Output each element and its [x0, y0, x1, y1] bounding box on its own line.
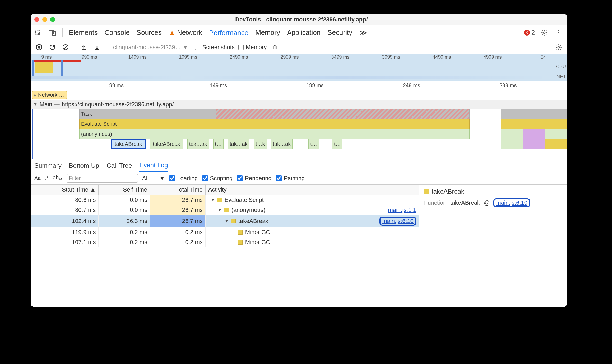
ruler-tick: 99 ms	[109, 82, 124, 88]
scripting-swatch-icon	[238, 230, 243, 235]
source-link[interactable]: main.js:6:10	[382, 218, 414, 224]
filter-input[interactable]	[67, 174, 138, 183]
flame-task[interactable]: Task	[79, 109, 470, 119]
overview-window-right-handle[interactable]	[61, 60, 63, 78]
reload-record-button[interactable]	[48, 43, 57, 52]
main-frame-header[interactable]: ▼ Main — https://clinquant-mousse-2f2396…	[31, 100, 567, 109]
col-total-time[interactable]: Total Time	[150, 185, 206, 195]
scripting-checkbox[interactable]: Scripting	[202, 175, 233, 182]
tab-elements[interactable]: Elements	[68, 27, 99, 38]
capture-settings-gear-icon[interactable]	[554, 43, 563, 52]
main-frame-track: ▼ Main — https://clinquant-mousse-2f2396…	[31, 100, 567, 159]
disclosure-icon[interactable]: ▼	[211, 198, 215, 202]
tab-sources[interactable]: Sources	[136, 27, 163, 38]
flame-call[interactable]: t…	[308, 139, 319, 149]
flame-chart[interactable]: Task Evaluate Script (anonymous) takeABr…	[31, 109, 567, 159]
tab-memory[interactable]: Memory	[254, 27, 281, 38]
source-link[interactable]: main.js:1:1	[388, 207, 416, 213]
painting-checkbox[interactable]: Painting	[276, 175, 305, 182]
flame-anonymous[interactable]: (anonymous)	[79, 129, 470, 139]
detail-source-link[interactable]: main.js:6:10	[496, 199, 527, 206]
event-log-filter-row: Aa .* ab↵ All▼ Loading Scripting Renderi…	[31, 172, 567, 185]
subtab-bottom-up[interactable]: Bottom-Up	[69, 162, 99, 169]
detail-function-row: Function takeABreak @ main.js:6:10	[424, 198, 562, 207]
activity-name: takeABreak	[238, 218, 268, 225]
overview-cpu-label: CPU	[556, 64, 566, 69]
chevron-down-icon: ▼	[183, 44, 188, 51]
settings-gear-icon[interactable]	[540, 28, 549, 38]
kebab-menu-icon[interactable]: ⋮	[554, 28, 563, 38]
network-track[interactable]: ▶ Network …	[31, 90, 567, 100]
rendering-checkbox[interactable]: Rendering	[237, 175, 272, 182]
scope-select[interactable]: All▼	[142, 175, 165, 182]
record-button[interactable]	[34, 43, 44, 52]
tab-security[interactable]: Security	[326, 27, 353, 38]
subtab-event-log[interactable]: Event Log	[139, 161, 168, 172]
timeline-overview[interactable]: 9 ms 999 ms 1499 ms 1999 ms 2499 ms 2999…	[31, 54, 567, 81]
painting-label: Painting	[284, 175, 305, 182]
upload-profile-icon[interactable]	[79, 43, 89, 52]
ruler-tick: 199 ms	[306, 82, 324, 88]
profile-selector[interactable]: clinquant-mousse-2f239…▼	[110, 43, 191, 51]
table-row[interactable]: 119.9 ms0.2 ms0.2 msMinor GC	[31, 227, 419, 237]
flame-call[interactable]: t…k	[254, 139, 267, 149]
col-start-time[interactable]: Start Time ▲	[31, 185, 99, 195]
loading-label: Loading	[177, 175, 198, 182]
whole-word-toggle[interactable]: ab↵	[53, 175, 62, 182]
tab-network[interactable]: ▲Network	[168, 27, 203, 38]
table-row[interactable]: 107.1 ms0.2 ms0.2 msMinor GC	[31, 237, 419, 247]
tab-performance[interactable]: Performance	[208, 28, 249, 40]
table-row[interactable]: 80.6 ms0.0 ms26.7 ms▼Evaluate Script	[31, 195, 419, 205]
detail-at-glyph: @	[484, 199, 490, 206]
details-tabs: Summary Bottom-Up Call Tree Event Log	[31, 159, 567, 172]
cell-self-time: 26.3 ms	[99, 215, 150, 227]
flame-chart-gutter	[31, 109, 79, 159]
regex-toggle[interactable]: .*	[45, 175, 48, 181]
cell-self-time: 0.0 ms	[99, 195, 150, 205]
cell-activity: Minor GC	[205, 237, 419, 247]
activity-name: Minor GC	[245, 239, 270, 246]
flame-call-label: t…	[310, 141, 317, 147]
cell-start-time: 102.4 ms	[31, 215, 99, 227]
col-self-time[interactable]: Self Time	[99, 185, 150, 195]
flame-call[interactable]: tak…ak	[228, 139, 249, 149]
devtools-window: DevTools - clinquant-mousse-2f2396.netli…	[31, 14, 567, 307]
overview-window-left-handle[interactable]	[32, 60, 34, 78]
clear-button[interactable]	[61, 43, 70, 52]
error-count[interactable]: ✕ 2	[524, 29, 535, 36]
col-activity[interactable]: Activity	[205, 185, 419, 195]
flame-call[interactable]: tak…ak	[271, 139, 293, 149]
download-profile-icon[interactable]	[92, 43, 102, 52]
loading-checkbox[interactable]: Loading	[169, 175, 198, 182]
svg-rect-2	[53, 31, 55, 35]
match-case-toggle[interactable]: Aa	[34, 175, 41, 181]
tabs-overflow-button[interactable]: ≫	[358, 27, 368, 38]
flame-call[interactable]: tak…ak	[187, 139, 209, 149]
network-track-pill[interactable]: ▶ Network …	[32, 91, 67, 99]
close-window-button[interactable]	[34, 17, 39, 22]
tab-console[interactable]: Console	[103, 27, 131, 38]
flame-evaluate-script[interactable]: Evaluate Script	[79, 119, 470, 129]
cell-total-time: 26.7 ms	[150, 205, 206, 215]
inspect-element-icon[interactable]	[33, 28, 43, 38]
table-row[interactable]: 102.4 ms26.3 ms26.7 ms▼takeABreakmain.js…	[31, 215, 419, 227]
whole-word-label: ab	[53, 175, 59, 180]
subtab-call-tree[interactable]: Call Tree	[106, 162, 132, 169]
subtab-summary[interactable]: Summary	[34, 162, 62, 169]
tab-application[interactable]: Application	[286, 27, 322, 38]
disclosure-icon[interactable]: ▼	[218, 208, 221, 212]
screenshots-checkbox[interactable]: Screenshots	[195, 44, 235, 51]
device-toolbar-icon[interactable]	[48, 28, 57, 38]
event-log-table[interactable]: Start Time ▲ Self Time Total Time Activi…	[31, 185, 419, 306]
memory-checkbox[interactable]: Memory	[238, 44, 267, 51]
overview-net-label: NET	[557, 74, 566, 80]
table-row[interactable]: 80.7 ms0.0 ms26.7 ms▼(anonymous)main.js:…	[31, 205, 419, 215]
detail-title-text: takeABreak	[432, 188, 464, 195]
collect-garbage-icon[interactable]	[270, 43, 280, 52]
svg-point-3	[544, 32, 545, 34]
disclosure-icon[interactable]: ▼	[225, 219, 228, 223]
flame-call[interactable]: t…	[213, 139, 224, 149]
flame-call-selected[interactable]: takeABreak	[111, 139, 146, 149]
flame-call[interactable]: takeABreak	[150, 139, 183, 149]
flame-call[interactable]: t…	[332, 139, 343, 149]
